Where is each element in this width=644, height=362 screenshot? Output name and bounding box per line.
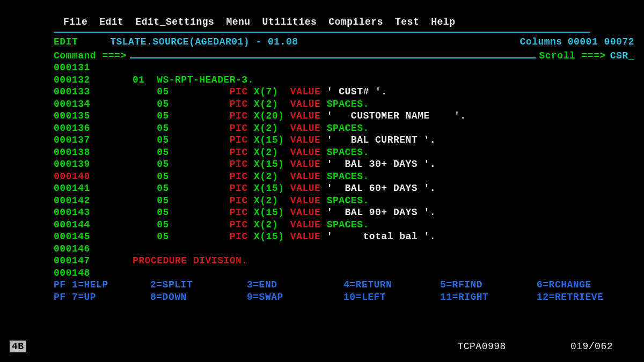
pf-key[interactable]: 11=RIGHT [440, 291, 537, 304]
line-number[interactable]: 000145 [54, 231, 90, 242]
oia-status: 4B [10, 341, 26, 353]
editor-header: EDIT TSLATE.SOURCE(AGEDAR01) - 01.08 Col… [10, 36, 634, 48]
oia-cursor: 019/062 [570, 341, 613, 353]
code-line[interactable]: 000138 05 PIC X(2) VALUE SPACES. [54, 146, 634, 159]
menu-item-file[interactable]: File [63, 16, 87, 28]
pf-key[interactable]: PF 1=HELP [54, 279, 150, 291]
line-number[interactable]: 000136 [54, 123, 90, 134]
pf-key[interactable]: 6=RCHANGE [537, 279, 633, 291]
code-line[interactable]: 000140 05 PIC X(2) VALUE SPACES. [54, 171, 634, 183]
dataset-name: TSLATE.SOURCE(AGEDAR01) - 01.08 [110, 36, 298, 48]
code-line[interactable]: 000134 05 PIC X(2) VALUE SPACES. [54, 98, 634, 110]
oia-terminal: TCPA0998 [457, 341, 506, 353]
pf-keys: PF 1=HELP2=SPLIT3=END4=RETURN5=RFIND6=RC… [10, 279, 634, 303]
menu-item-help[interactable]: Help [431, 16, 455, 28]
line-number[interactable]: 000141 [54, 183, 90, 194]
code-line[interactable]: 000143 05 PIC X(15) VALUE ' BAL 90+ DAYS… [54, 206, 634, 219]
code-area[interactable]: 000131000132 01 WS-RPT-HEADER-3.000133 0… [10, 62, 634, 279]
code-line[interactable]: 000141 05 PIC X(15) VALUE ' BAL 60+ DAYS… [54, 182, 634, 195]
code-line[interactable]: 000147 PROCEDURE DIVISION. [54, 255, 634, 267]
line-number[interactable]: 000131 [54, 62, 90, 73]
menu-divider [54, 32, 590, 33]
menu-item-compilers[interactable]: Compilers [328, 16, 383, 28]
code-line[interactable]: 000139 05 PIC X(15) VALUE ' BAL 30+ DAYS… [54, 158, 634, 171]
line-number[interactable]: 000137 [54, 135, 90, 145]
line-number[interactable]: 000146 [54, 243, 90, 254]
scroll-label: Scroll ===> [539, 50, 605, 62]
code-line[interactable]: 000135 05 PIC X(20) VALUE ' CUSTOMER NAM… [54, 110, 634, 122]
code-line[interactable]: 000145 05 PIC X(15) VALUE ' total bal '. [54, 231, 634, 243]
line-number[interactable]: 000148 [54, 268, 90, 278]
code-line[interactable]: 000133 05 PIC X(7) VALUE ' CUST# '. [54, 86, 634, 98]
command-label: Command ===> [54, 50, 127, 62]
code-line[interactable]: 000144 05 PIC X(2) VALUE SPACES. [54, 219, 634, 231]
line-number[interactable]: 000140 [54, 171, 90, 182]
code-line[interactable]: 000131 [54, 62, 634, 74]
pf-key[interactable]: 9=SWAP [247, 291, 343, 304]
code-line[interactable]: 000137 05 PIC X(15) VALUE ' BAL CURRENT … [54, 134, 634, 146]
line-number[interactable]: 000135 [54, 110, 90, 121]
line-number[interactable]: 000138 [54, 147, 90, 158]
edit-mode: EDIT [54, 36, 78, 48]
pf-key[interactable]: 3=END [247, 279, 343, 291]
line-number[interactable]: 000139 [54, 159, 90, 169]
menu-item-menu[interactable]: Menu [226, 16, 250, 28]
pf-key[interactable]: 5=RFIND [440, 279, 537, 291]
line-number[interactable]: 000147 [54, 255, 90, 266]
pf-key[interactable]: 4=RETURN [343, 279, 440, 291]
code-line[interactable]: 000146 [54, 243, 634, 255]
columns-label: Columns [520, 36, 562, 48]
code-line[interactable]: 000132 01 WS-RPT-HEADER-3. [54, 74, 634, 86]
line-number[interactable]: 000132 [54, 75, 90, 85]
line-number[interactable]: 000142 [54, 195, 90, 206]
menu-item-test[interactable]: Test [395, 16, 419, 28]
code-line[interactable]: 000136 05 PIC X(2) VALUE SPACES. [54, 122, 634, 135]
command-row: Command ===> Scroll ===> CSR_ [10, 48, 634, 62]
menu-item-edit-settings[interactable]: Edit_Settings [135, 16, 214, 28]
code-line[interactable]: 000142 05 PIC X(2) VALUE SPACES. [54, 195, 634, 207]
pf-key[interactable]: 10=LEFT [343, 291, 440, 304]
menu-bar: FileEditEdit_SettingsMenuUtilitiesCompil… [10, 16, 634, 31]
menu-item-edit[interactable]: Edit [99, 16, 123, 28]
oia-bar: 4B TCPA0998 019/062 [10, 341, 634, 353]
code-line[interactable]: 000148 [54, 267, 634, 279]
pf-key[interactable]: PF 7=UP [54, 291, 150, 304]
menu-item-utilities[interactable]: Utilities [262, 16, 317, 28]
line-number[interactable]: 000133 [54, 86, 90, 97]
pf-key[interactable]: 8=DOWN [150, 291, 247, 304]
pf-key[interactable]: 2=SPLIT [150, 279, 247, 291]
pf-key[interactable]: 12=RETRIEVE [537, 291, 633, 304]
command-input[interactable] [130, 48, 536, 58]
line-number[interactable]: 000144 [54, 219, 90, 230]
columns-value: 00001 00072 [568, 36, 634, 48]
line-number[interactable]: 000134 [54, 99, 90, 109]
line-number[interactable]: 000143 [54, 207, 90, 218]
scroll-value[interactable]: CSR_ [610, 50, 634, 62]
